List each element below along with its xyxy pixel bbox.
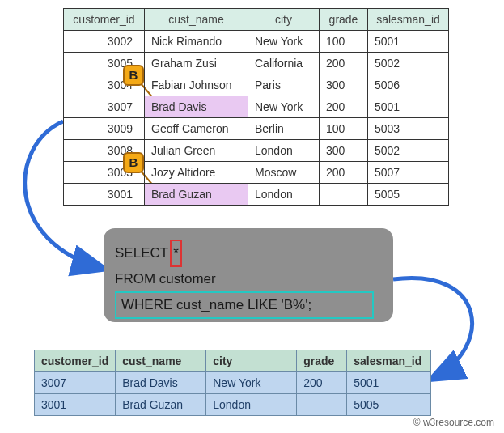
cell-cust-name: Brad Guzan	[145, 184, 248, 206]
cell-city: Moscow	[248, 162, 320, 184]
select-keyword: SELECT	[115, 245, 168, 261]
col-grade: grade	[320, 9, 368, 31]
col-salesman-id: salesman_id	[347, 350, 431, 372]
cell-cust-name: Brad Davis	[145, 96, 248, 118]
select-star: *	[170, 240, 182, 267]
cell-salesman-id: 5003	[368, 118, 449, 140]
cell-cust-name: Fabian Johnson	[145, 74, 248, 96]
cell-salesman-id: 5001	[347, 372, 431, 394]
col-city: city	[206, 350, 297, 372]
letter-badge: B	[123, 65, 144, 86]
col-customer-id: customer_id	[64, 9, 145, 31]
cell-grade: 100	[320, 118, 368, 140]
table-row: 3005Graham ZusiCalifornia2005002	[64, 53, 449, 74]
cell-grade: 200	[320, 53, 368, 74]
cell-city: London	[206, 394, 297, 416]
cell-salesman-id: 5006	[368, 74, 449, 96]
table-row: 3001Brad GuzanLondon5005	[35, 394, 431, 416]
cell-city: London	[248, 184, 320, 206]
cell-salesman-id: 5005	[347, 394, 431, 416]
table-row: 3009Geoff CameronBerlin1005003	[64, 118, 449, 140]
cell-cust-name: Jozy Altidore	[145, 162, 248, 184]
cell-city: Berlin	[248, 118, 320, 140]
col-customer-id: customer_id	[35, 350, 116, 372]
col-grade: grade	[297, 350, 347, 372]
letter-badge: B	[123, 152, 144, 173]
cell-city: New York	[248, 96, 320, 118]
cell-city: London	[248, 140, 320, 162]
table-row: 3007Brad DavisNew York 2005001	[64, 96, 449, 118]
table-row: 3002Nick RimandoNew York1005001	[64, 31, 449, 53]
cell-grade: 300	[320, 140, 368, 162]
result-table: customer_id cust_name city grade salesma…	[34, 350, 431, 416]
cell-city: California	[248, 53, 320, 74]
cell-salesman-id: 5002	[368, 140, 449, 162]
cell-salesman-id: 5007	[368, 162, 449, 184]
cell-city: Paris	[248, 74, 320, 96]
table-row: 3007Brad DavisNew York2005001	[35, 372, 431, 394]
cell-cust-name: Julian Green	[145, 140, 248, 162]
sql-query-box: SELECT* FROM customer WHERE cust_name LI…	[104, 228, 393, 322]
col-cust-name: cust_name	[116, 350, 206, 372]
cell-grade	[297, 394, 347, 416]
cell-grade: 300	[320, 74, 368, 96]
cell-cust-name: Brad Guzan	[116, 394, 206, 416]
cell-customer-id: 3001	[64, 184, 145, 206]
sql-select-line: SELECT*	[115, 240, 382, 267]
cell-cust-name: Graham Zusi	[145, 53, 248, 74]
cell-grade: 200	[320, 96, 368, 118]
cell-grade: 100	[320, 31, 368, 53]
table-row: 3003Jozy AltidoreMoscow2005007	[64, 162, 449, 184]
sql-where-line: WHERE cust_name LIKE 'B%';	[115, 291, 374, 319]
cell-salesman-id: 5005	[368, 184, 449, 206]
cell-grade: 200	[297, 372, 347, 394]
cell-city: New York	[206, 372, 297, 394]
table-header-row: customer_id cust_name city grade salesma…	[64, 9, 449, 31]
cell-customer-id: 3001	[35, 394, 116, 416]
cell-customer-id: 3007	[64, 96, 145, 118]
copyright-text: © w3resource.com	[413, 417, 494, 428]
cell-grade	[320, 184, 368, 206]
cell-cust-name: Geoff Cameron	[145, 118, 248, 140]
col-cust-name: cust_name	[145, 9, 248, 31]
source-table: customer_id cust_name city grade salesma…	[63, 8, 449, 206]
sql-from-line: FROM customer	[115, 267, 382, 291]
cell-customer-id: 3009	[64, 118, 145, 140]
cell-grade: 200	[320, 162, 368, 184]
table-header-row: customer_id cust_name city grade salesma…	[35, 350, 431, 372]
table-row: 3008Julian GreenLondon3005002	[64, 140, 449, 162]
cell-salesman-id: 5002	[368, 53, 449, 74]
cell-city: New York	[248, 31, 320, 53]
cell-cust-name: Brad Davis	[116, 372, 206, 394]
cell-customer-id: 3007	[35, 372, 116, 394]
cell-salesman-id: 5001	[368, 96, 449, 118]
cell-customer-id: 3002	[64, 31, 145, 53]
table-row: 3001Brad GuzanLondon5005	[64, 184, 449, 206]
col-salesman-id: salesman_id	[368, 9, 449, 31]
table-row: 3004Fabian JohnsonParis3005006	[64, 74, 449, 96]
col-city: city	[248, 9, 320, 31]
cell-cust-name: Nick Rimando	[145, 31, 248, 53]
cell-salesman-id: 5001	[368, 31, 449, 53]
